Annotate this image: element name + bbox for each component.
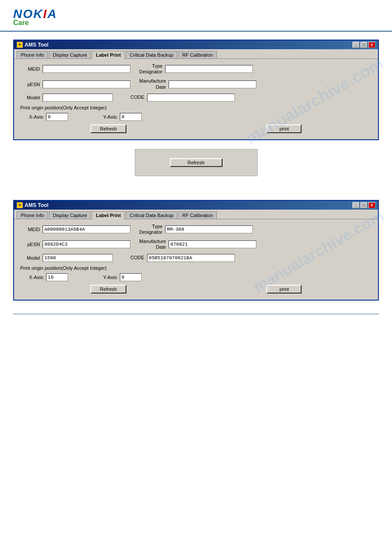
minimize-button-2[interactable]: _ xyxy=(352,202,360,208)
tab-label-print[interactable]: Label Print xyxy=(92,51,125,59)
restore-button[interactable]: □ xyxy=(360,42,367,48)
meid-row: MEID TypeDesignator xyxy=(20,63,372,75)
code-group: CODE xyxy=(122,94,235,102)
print-origin-label-2: Print origin position(Only Accept Intege… xyxy=(20,265,372,271)
window1-titlebar: ✦ AMS Tool _ □ X xyxy=(14,40,378,49)
refresh-button-2[interactable]: Refresh xyxy=(90,285,127,294)
y-axis-label-2: Y-Axis: xyxy=(103,275,118,280)
meid-input-2[interactable] xyxy=(43,225,130,233)
tab-critical-data-backup[interactable]: Critical Data Backup xyxy=(126,51,177,58)
model-row: Model CODE xyxy=(20,94,372,102)
titlebar-buttons[interactable]: _ □ X xyxy=(352,42,375,48)
close-button[interactable]: X xyxy=(368,42,375,48)
tab2-critical-data-backup[interactable]: Critical Data Backup xyxy=(126,211,177,219)
type-designator-group-2: TypeDesignator xyxy=(139,224,253,235)
window1-button-row: Refresh print xyxy=(20,124,372,133)
header: NOKIA Care xyxy=(0,0,392,32)
type-designator-label: TypeDesignator xyxy=(139,63,162,75)
refresh-button-1[interactable]: Refresh xyxy=(90,124,127,133)
x-axis-label-2: X-Axis: xyxy=(29,275,44,280)
y-axis-input-2[interactable] xyxy=(120,273,142,281)
page-content: ✦ AMS Tool _ □ X Phone Info Display Capt… xyxy=(0,40,392,301)
nokia-brand-text: NOKIA xyxy=(13,8,379,20)
type-designator-input-2[interactable] xyxy=(165,225,253,233)
x-axis-label: X-Axis: xyxy=(29,114,44,120)
window1-wrapper: ✦ AMS Tool _ □ X Phone Info Display Capt… xyxy=(13,40,379,140)
model-label: Model xyxy=(20,95,40,100)
type-designator-label-2: TypeDesignator xyxy=(139,224,162,235)
code-label-2: CODE xyxy=(130,255,144,261)
window2-button-row: Refresh print xyxy=(20,285,372,294)
standalone-refresh-wrapper: Refresh xyxy=(13,149,379,189)
print-button-1[interactable]: print xyxy=(266,124,302,133)
window2: ✦ AMS Tool _ □ X Phone Info Display Capt… xyxy=(13,200,379,301)
window1-title: AMS Tool xyxy=(25,42,48,48)
window1-tab-bar: Phone Info Display Capture Label Print C… xyxy=(14,49,378,59)
standalone-refresh-button[interactable]: Refresh xyxy=(170,158,223,167)
tab-display-capture[interactable]: Display Capture xyxy=(49,51,91,58)
minimize-button[interactable]: _ xyxy=(352,42,360,48)
window2-tab-bar: Phone Info Display Capture Label Print C… xyxy=(14,210,378,219)
standalone-refresh-box: Refresh xyxy=(135,149,258,176)
meid-row-2: MEID TypeDesignator xyxy=(20,224,372,235)
manufacture-date-label: ManufactureDate xyxy=(139,78,166,90)
type-designator-input[interactable] xyxy=(165,65,253,73)
window1-body: MEID TypeDesignator pESN ManufactureDate xyxy=(14,59,378,139)
bottom-divider xyxy=(13,314,379,314)
manufacture-date-group-2: ManufactureDate xyxy=(139,239,256,250)
meid-label-2: MEID xyxy=(20,227,40,232)
titlebar2-left: ✦ AMS Tool xyxy=(17,202,48,208)
care-text: Care xyxy=(13,19,379,26)
tab2-rf-calibration[interactable]: RF Calibration xyxy=(178,211,217,219)
manufacture-date-label-2: ManufactureDate xyxy=(139,239,166,250)
manufacture-date-input-2[interactable] xyxy=(169,240,256,248)
code-group-2: CODE xyxy=(122,254,235,262)
pesn-label: pESN xyxy=(20,82,40,87)
window2-title: AMS Tool xyxy=(25,202,48,208)
model-row-2: Model CODE xyxy=(20,254,372,262)
code-label: CODE xyxy=(130,94,144,100)
window2-body: MEID TypeDesignator pESN ManufactureDate xyxy=(14,219,378,300)
model-input[interactable] xyxy=(43,94,113,102)
meid-label: MEID xyxy=(20,66,40,72)
tab-phone-info[interactable]: Phone Info xyxy=(17,51,48,58)
x-axis-input[interactable] xyxy=(46,113,68,121)
restore-button-2[interactable]: □ xyxy=(360,202,367,208)
y-axis-label: Y-Axis: xyxy=(103,114,118,120)
tab2-label-print[interactable]: Label Print xyxy=(92,211,125,219)
window2-titlebar: ✦ AMS Tool _ □ X xyxy=(14,201,378,210)
print-button-2[interactable]: print xyxy=(266,285,302,294)
print-origin-label: Print origin position(Only Accept Intege… xyxy=(20,105,372,110)
close-button-2[interactable]: X xyxy=(368,202,375,208)
tab2-display-capture[interactable]: Display Capture xyxy=(49,211,91,219)
titlebar-left: ✦ AMS Tool xyxy=(17,42,48,48)
x-axis-input-2[interactable] xyxy=(46,273,68,281)
manufacture-date-input[interactable] xyxy=(169,80,256,88)
manufacture-date-group: ManufactureDate xyxy=(139,78,256,90)
model-input-2[interactable] xyxy=(43,254,113,262)
window2-icon: ✦ xyxy=(17,202,23,208)
tab-rf-calibration[interactable]: RF Calibration xyxy=(178,51,217,58)
code-input[interactable] xyxy=(147,94,235,102)
model-label-2: Model xyxy=(20,255,40,261)
tab2-phone-info[interactable]: Phone Info xyxy=(17,211,48,219)
meid-input[interactable] xyxy=(43,65,130,73)
code-input-2[interactable] xyxy=(147,254,235,262)
pesn-row: pESN ManufactureDate xyxy=(20,78,372,90)
titlebar2-buttons[interactable]: _ □ X xyxy=(352,202,375,208)
axis-row-2: X-Axis: Y-Axis: xyxy=(20,273,372,281)
y-axis-input[interactable] xyxy=(120,113,142,121)
pesn-input[interactable] xyxy=(43,80,130,88)
window-icon: ✦ xyxy=(17,42,23,48)
pesn-input-2[interactable] xyxy=(43,240,130,248)
pesn-row-2: pESN ManufactureDate xyxy=(20,239,372,250)
window1: ✦ AMS Tool _ □ X Phone Info Display Capt… xyxy=(13,40,379,140)
window2-wrapper: ✦ AMS Tool _ □ X Phone Info Display Capt… xyxy=(13,200,379,301)
nokia-logo: NOKIA Care xyxy=(13,8,379,26)
type-designator-group: TypeDesignator xyxy=(139,63,253,75)
axis-row: X-Axis: Y-Axis: xyxy=(20,113,372,121)
pesn-label-2: pESN xyxy=(20,242,40,247)
